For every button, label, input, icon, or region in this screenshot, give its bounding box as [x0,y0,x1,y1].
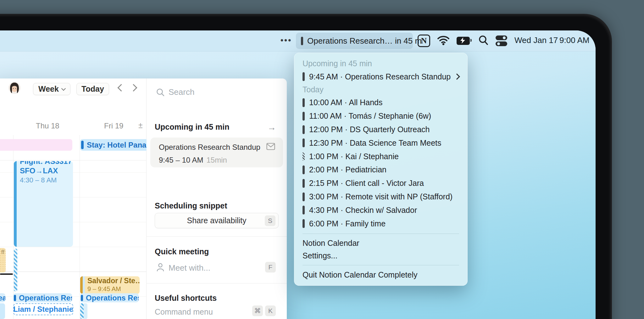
dropdown-item-label: 3:00 PM · Remote visit with NP (Stafford… [309,192,452,201]
dropdown-item[interactable]: 12:30 PM · Data Science Team Meets [294,136,467,150]
avatar-illustration [8,82,20,94]
event-time: 4:30 – 8 AM [20,176,70,185]
event-bar-icon [303,112,305,121]
event-accent-bar [81,141,84,149]
dropdown-section-today: Today [294,84,467,96]
event-bar-icon [303,125,305,134]
charging-bolt-icon [460,37,466,44]
menu-item-quit[interactable]: Quit Notion Calendar Completely [294,268,467,281]
grid-line [0,247,146,247]
menubar-time[interactable]: 9:00 AM [559,35,589,45]
menubar-notion-calendar-item[interactable]: Operations Research… in 45 m [296,33,413,49]
event-bar-icon [303,165,305,174]
toggle-knob [497,42,500,45]
menu-divider [303,234,459,234]
today-button[interactable]: Today [76,83,109,95]
event-bar-icon [303,219,305,228]
email-icon[interactable] [266,143,275,150]
dropdown-item[interactable]: 10:00 AM · All Hands [294,96,467,109]
event-salvador[interactable]: Salvador / Ste… 9 – 9:45 AM [80,276,140,294]
chevron-right-icon [454,73,460,80]
search-input[interactable] [168,87,260,97]
scheduling-snippet-heading: Scheduling snippet [155,201,227,210]
dropdown-item-label: 12:00 PM · DS Quarterly Outreach [309,125,430,134]
spotlight-search-icon[interactable] [479,35,489,46]
event-ops-thu[interactable]: Operations Resea [13,293,72,302]
open-upcoming-arrow-icon[interactable]: → [267,122,276,132]
shortcut-key-cmd: ⌘ [252,305,263,316]
toggle-knob [503,36,506,39]
dropdown-item-label: 2:00 PM · Pediatrician [309,165,386,174]
grid-line [13,135,14,319]
day-header-thu[interactable]: Thu 18 [36,122,59,130]
battery-charging-icon[interactable] [457,37,471,45]
event-ops-clipped[interactable]: ea [0,293,5,302]
event-hold-body-fri [84,303,87,319]
event-bar-icon [301,37,303,45]
menu-item-open-notion-calendar[interactable]: Notion Calendar [294,237,467,250]
event-bar-icon [303,138,305,147]
dropdown-section-upcoming: Upcoming in 45 min [294,57,467,70]
search-icon [156,88,164,96]
menu-item-settings[interactable]: Settings... [294,249,467,262]
event-clipped-blue[interactable] [0,303,5,319]
event-title: Operations Resea [19,294,72,302]
event-ops-fri[interactable]: Operations Resea [80,293,139,302]
dropdown-item[interactable]: 11:00 AM · Tomás / Stephanie (6w) [294,109,467,123]
dropdown-item-label: 6:00 PM · Family time [309,219,386,228]
timezone-toggle-icon[interactable]: ± [138,121,143,130]
event-time: 9 – 9:45 AM [87,285,140,292]
meet-with-input[interactable] [168,263,260,273]
card-event-duration: 15min [206,156,227,164]
dropdown-item[interactable]: 1:00 PM · Kai / Stephanie [294,150,467,163]
dropdown-item-label: 1:00 PM · Kai / Stephanie [309,152,399,161]
event-title: Salvador / Ste… [87,276,140,285]
current-time-indicator [0,273,13,275]
dropdown-item-featured[interactable]: 9:45 AM · Operations Research Standup [294,70,467,84]
event-flight[interactable]: Flight: AS3317 SFO→LAX 4:30 – 8 AM [14,161,73,247]
menubar-date[interactable]: Wed Jan 17 [514,35,558,45]
dropdown-item-label: 11:00 AM · Tomás / Stephanie (6w) [309,111,431,121]
menubar-overflow-icon[interactable]: ••• [280,35,292,45]
event-bar-icon [303,179,305,188]
event-liam-stephanie[interactable]: Liam / Stephanie [13,303,73,315]
share-availability-button[interactable]: Share availability S [155,213,279,228]
dropdown-item[interactable]: 12:00 PM · DS Quarterly Outreach [294,123,467,136]
day-header-fri[interactable]: Fri 19 [104,122,123,130]
event-clipped-yellow[interactable]: ff [0,248,6,273]
dropdown-item[interactable]: 2:15 PM · Client call - Victor Jara [294,176,467,190]
menubar-item-label: Operations Research… in 45 m [307,36,422,46]
dropdown-item-label: 2:15 PM · Client call - Victor Jara [309,179,424,188]
divider [147,283,287,284]
dropdown-item[interactable]: 3:00 PM · Remote visit with NP (Stafford… [294,190,467,203]
divider [147,236,287,237]
all-day-event-pink[interactable] [0,139,72,151]
event-accent-bar [80,276,83,294]
dropdown-item-label: 4:30 PM · Checkin w/ Salvador [309,206,417,215]
event-bar-icon [303,192,305,201]
notion-icon[interactable]: N [418,35,430,47]
event-title: Flight: AS3317 [20,161,70,166]
upcoming-heading: Upcoming in 45 min [155,122,230,132]
dropdown-item[interactable]: 4:30 PM · Checkin w/ Salvador [294,203,467,217]
upcoming-event-card[interactable]: Operations Research Standup 9:45 – 10 AM… [150,138,283,167]
overlap-event-sliver [83,276,85,294]
event-hold-hatched-thu[interactable] [14,249,17,291]
event-title: Operations Resea [86,294,139,302]
event-accent-bar [81,295,83,301]
view-selector-button[interactable]: Week [33,83,70,95]
avatar[interactable] [8,82,20,94]
dropdown-item-label: 10:00 AM · All Hands [309,98,382,107]
dropdown-item[interactable]: 2:00 PM · Pediatrician [294,163,467,177]
wifi-icon[interactable] [437,35,450,46]
all-day-event-stay[interactable]: Stay: Hotel Panamer [80,139,147,151]
notion-calendar-menu-dropdown: Upcoming in 45 min 9:45 AM · Operations … [294,53,468,286]
menu-bar: ••• Operations Research… in 45 m N [0,30,596,51]
control-center-icon[interactable] [496,35,507,46]
person-icon [156,263,164,272]
dropdown-item-label: 12:30 PM · Data Science Team Meets [309,138,441,148]
shortcut-key-k: K [265,305,276,316]
grid-line [80,135,80,319]
event-hold-hatched-fri[interactable] [80,303,84,319]
dropdown-item[interactable]: 6:00 PM · Family time [294,217,467,230]
